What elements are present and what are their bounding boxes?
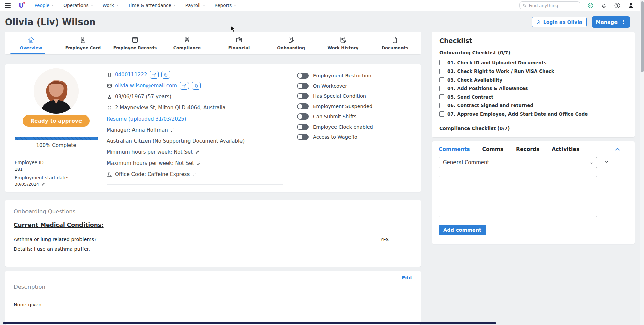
cake-icon [107,94,112,100]
tab-overview[interactable]: Overview [5,32,57,54]
checklist-item-label: 04. Add Positions & Allowances [447,86,528,91]
tab-employee-records[interactable]: Employee Records [109,32,161,54]
tab-records[interactable]: Records [516,146,539,152]
nav-menu-reports[interactable]: Reports [215,3,237,8]
nav-menu-work[interactable]: Work [103,3,119,8]
tab-employee-card[interactable]: Employee Card [57,32,109,54]
toggle-employee-clock-enabled[interactable]: Employee Clock enabled [297,123,373,131]
onboarding-questions-card: Onboarding Questions Current Medical Con… [5,200,421,267]
checklist-checkbox[interactable] [439,103,444,108]
toggle-on-workcover[interactable]: On Workcover [297,82,373,90]
app-logo[interactable]: U [19,2,23,9]
check-circle-icon[interactable] [587,2,594,9]
tab-work-history[interactable]: Work History [317,32,369,54]
nav-menu-operations[interactable]: Operations [63,3,93,8]
nav-menu-time-attendance[interactable]: Time & attendance [128,3,176,8]
employee-id-value: 181 [15,167,101,172]
avatar-icon[interactable] [628,2,634,9]
add-comment-button[interactable]: Add comment [439,225,486,235]
resume-link[interactable]: Resume (uploaded 31/03/2025) [107,116,186,122]
comment-type-select[interactable]: General Comment [439,157,597,168]
checklist-checkbox[interactable] [439,111,444,117]
expand-comment-options-icon[interactable] [604,159,610,165]
search-input[interactable] [529,3,577,8]
global-search [519,1,580,9]
bell-icon[interactable] [601,2,607,9]
toggle-employment-restriction[interactable]: Employment Restriction [297,72,373,79]
email-link[interactable]: olivia.wilson@email.com [115,83,177,89]
map-pin-icon [107,105,112,111]
description-title: Description [14,284,412,290]
toggle-switch[interactable] [297,93,309,99]
id-card-icon [79,36,87,44]
vertical-scrollbar[interactable] [640,0,644,325]
edit-manager-icon[interactable] [171,128,175,132]
tab-comments[interactable]: Comments [439,146,470,152]
manage-label: Manage [596,19,618,25]
medal-icon [183,36,191,44]
hamburger-menu-icon[interactable] [5,3,11,8]
help-icon[interactable] [614,2,621,9]
tab-comms[interactable]: Comms [482,146,504,152]
toggle-switch[interactable] [297,124,309,130]
tab-documents[interactable]: Documents [369,32,421,54]
tab-label: Compliance [173,45,201,50]
toggle-switch[interactable] [297,134,309,140]
toggle-employment-suspended[interactable]: Employment Suspended [297,103,373,110]
toggle-access-to-wageflo[interactable]: Access to Wageflo [297,133,373,141]
edit-max-hours-icon[interactable] [197,161,201,166]
question-text: Asthma or lung related problems? [14,237,97,242]
manage-button[interactable]: Manage ⋮ [592,16,630,28]
comments-card: Comments Comms Records Activities Genera… [432,141,635,244]
nav-menu-label: Reports [215,3,232,8]
checklist-checkbox[interactable] [439,77,444,82]
toggle-switch[interactable] [297,73,309,79]
checklist-item-label: 06. Contract Signed and returned [447,103,533,108]
send-sms-button[interactable] [150,71,159,79]
edit-description-link[interactable]: Edit [402,275,412,280]
nav-menu-label: Payroll [185,3,201,8]
profile-progress-bar [15,137,98,140]
min-hours-value: Minimum hours per week: Not Set [107,149,193,155]
copy-email-button[interactable] [192,82,201,90]
building-icon [107,172,112,177]
vertical-scrollbar-thumb[interactable] [641,1,644,72]
nav-menu-payroll[interactable]: Payroll [185,3,206,8]
manager-value: Manager: Anna Hoffman [107,127,168,133]
checklist-checkbox[interactable] [439,86,444,91]
search-icon [523,3,527,8]
phone-icon [107,72,112,78]
toggle-label: Employment Restriction [313,73,371,78]
edit-office-code-icon[interactable] [192,172,197,177]
horizontal-scrollbar-thumb[interactable] [3,322,496,324]
phone-link[interactable]: 0400111222 [115,72,147,78]
tab-compliance[interactable]: Compliance [161,32,213,54]
divider [107,184,283,185]
toggle-has-special-condition[interactable]: Has Special Condition [297,92,373,100]
comment-textarea[interactable] [439,176,597,217]
toggle-switch[interactable] [297,83,309,89]
toggle-switch[interactable] [297,103,309,109]
tab-activities[interactable]: Activities [552,146,579,152]
nav-menu-people[interactable]: People [34,3,54,8]
checklist-checkbox[interactable] [439,69,444,74]
tab-label: Financial [228,45,250,50]
compliance-checklist-title: Compliance Checklist (0/7) [439,126,627,131]
copy-icon [164,73,168,77]
edit-min-hours-icon[interactable] [195,150,200,154]
checklist-checkbox[interactable] [439,60,444,65]
toggle-switch[interactable] [297,113,309,120]
tab-financial[interactable]: Financial [213,32,265,54]
kebab-menu-icon[interactable]: ⋮ [621,19,626,25]
toggle-can-submit-shifts[interactable]: Can Submit Shifts [297,113,373,120]
send-email-button[interactable] [180,82,189,90]
login-as-button[interactable]: Login as Olivia [532,17,587,27]
checklist-checkbox[interactable] [439,94,444,99]
copy-phone-button[interactable] [161,71,170,79]
collapse-panel-icon[interactable] [614,146,621,152]
checklist-item: 03. Check Availability [439,76,627,84]
max-hours-value: Maximum hours per week: Not Set [107,160,194,166]
edit-start-date-icon[interactable] [41,182,46,187]
tab-onboarding[interactable]: Onboarding [265,32,317,54]
checklist-item: 01. Check ID and Uploaded Documents [439,58,627,67]
